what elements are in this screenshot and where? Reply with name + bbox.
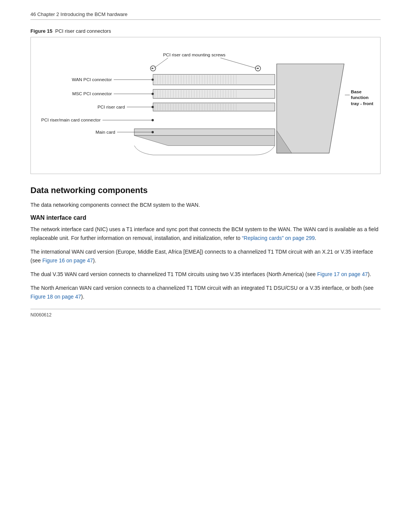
paragraph-4: The North American WAN card version conn… [30, 284, 381, 301]
svg-text:PCI riser/main card connector: PCI riser/main card connector [41, 117, 100, 123]
paragraph-2: The international WAN card version (Euro… [30, 248, 381, 265]
svg-point-6 [151, 68, 153, 69]
figure-number: Figure 15 [30, 28, 53, 34]
svg-text:Base: Base [351, 89, 362, 94]
diagram-svg: PCI riser card mounting screws [37, 45, 374, 168]
page-header: 46 Chapter 2 Introducing the BCM hardwar… [30, 11, 381, 20]
link-figure-17[interactable]: Figure 17 on page 47 [317, 271, 368, 277]
svg-text:MSC PCI connector: MSC PCI connector [72, 91, 112, 96]
link-figure-16[interactable]: Figure 16 on page 47 [42, 257, 93, 264]
paragraph-1: The network interface card (NIC) uses a … [30, 225, 381, 242]
subsection-title: WAN interface card [30, 214, 381, 221]
section-intro: The data networking components connect t… [30, 201, 381, 209]
page-footer: N0060612 [30, 309, 381, 318]
svg-text:PCI riser card: PCI riser card [97, 104, 125, 110]
svg-point-8 [257, 68, 259, 69]
svg-text:WAN PCI connector: WAN PCI connector [72, 77, 112, 82]
svg-rect-112 [134, 129, 275, 136]
figure-title: PCI riser card connectors [55, 28, 111, 34]
svg-marker-113 [134, 136, 275, 146]
paragraph-3: The dual V.35 WAN card version connects … [30, 270, 381, 278]
section-title: Data networking components [30, 185, 381, 195]
svg-text:PCI riser card mounting screws: PCI riser card mounting screws [163, 52, 226, 58]
svg-text:tray - front: tray - front [351, 101, 373, 106]
svg-text:Main card: Main card [96, 129, 115, 135]
figure-label: Figure 15 PCI riser card connectors [30, 28, 381, 34]
header-text: 46 Chapter 2 Introducing the BCM hardwar… [30, 11, 127, 17]
svg-rect-77 [153, 103, 275, 111]
figure-container: PCI riser card mounting screws [30, 37, 381, 174]
link-figure-18[interactable]: Figure 18 on page 47 [30, 294, 81, 300]
svg-rect-9 [153, 74, 275, 85]
svg-marker-3 [277, 64, 344, 153]
svg-line-2 [220, 58, 258, 69]
svg-rect-43 [153, 89, 275, 99]
svg-text:function: function [351, 95, 369, 100]
footer-text: N0060612 [30, 312, 51, 318]
link-replacing-cards[interactable]: “Replacing cards” on page 299 [242, 235, 315, 241]
